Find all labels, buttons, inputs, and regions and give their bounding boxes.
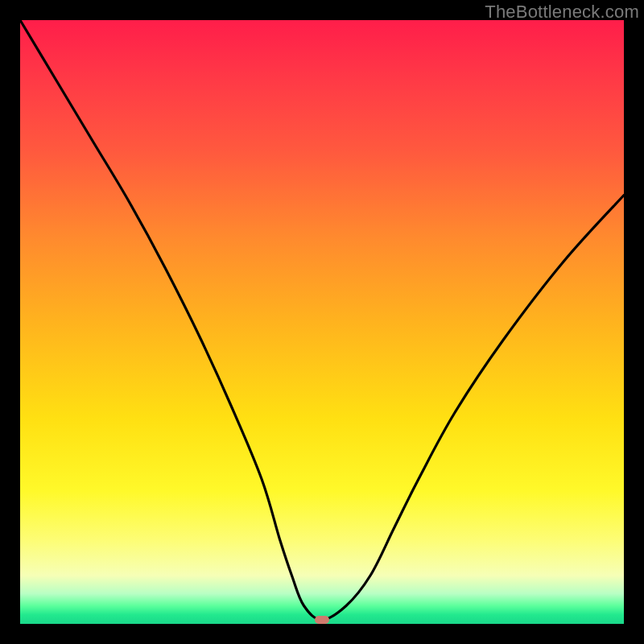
bottleneck-gradient-background (20, 20, 624, 624)
optimum-marker (315, 616, 329, 624)
chart-plot-area (20, 20, 624, 624)
